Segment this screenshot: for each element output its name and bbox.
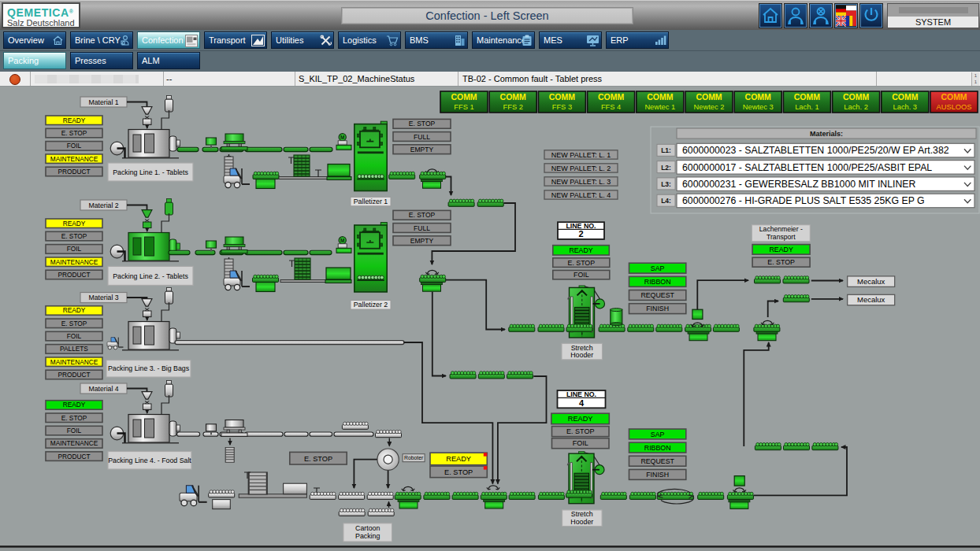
svg-text:E. STOP: E. STOP bbox=[444, 468, 473, 476]
svg-text:NEW PALLET: L. 4: NEW PALLET: L. 4 bbox=[551, 191, 611, 199]
svg-text:E. STOP: E. STOP bbox=[61, 320, 87, 327]
svg-text:COMM: COMM bbox=[892, 92, 918, 102]
svg-text:Materials:: Materials: bbox=[810, 130, 843, 138]
svg-text:FOIL: FOIL bbox=[67, 332, 82, 340]
svg-text:L2:: L2: bbox=[661, 164, 671, 172]
svg-text:6000000276 - HI-GRADE PLUS SAL: 6000000276 - HI-GRADE PLUS SALT E535 25K… bbox=[682, 195, 925, 206]
svg-text:FOIL: FOIL bbox=[67, 427, 82, 435]
svg-text:Palletizer 1: Palletizer 1 bbox=[354, 198, 388, 205]
svg-text:Lach. 1: Lach. 1 bbox=[795, 103, 819, 111]
svg-text:READY: READY bbox=[63, 116, 86, 124]
svg-text:6000000231 - GEWERBESALZ BB100: 6000000231 - GEWERBESALZ BB1000 MIT INLI… bbox=[682, 179, 916, 190]
svg-text:Material 3: Material 3 bbox=[88, 294, 118, 301]
svg-text:FFS 1: FFS 1 bbox=[454, 103, 473, 111]
svg-text:Lach. 3: Lach. 3 bbox=[893, 103, 918, 111]
svg-text:FFS 4: FFS 4 bbox=[601, 103, 621, 111]
svg-text:Material 2: Material 2 bbox=[88, 202, 118, 209]
svg-text:Packing Line 3. - Big Bags: Packing Line 3. - Big Bags bbox=[108, 364, 190, 372]
svg-text:Newtec 1: Newtec 1 bbox=[644, 103, 675, 111]
svg-text:READY: READY bbox=[446, 455, 471, 463]
svg-text:Hooder: Hooder bbox=[570, 518, 593, 526]
svg-text:Packing Line 4. - Food Salt: Packing Line 4. - Food Salt bbox=[108, 457, 191, 464]
svg-text:COMM: COMM bbox=[745, 92, 771, 102]
svg-text:COMM: COMM bbox=[941, 92, 967, 102]
svg-text:COMM: COMM bbox=[598, 92, 624, 102]
svg-text:SAP: SAP bbox=[651, 264, 665, 272]
svg-text:Lachenmeier -: Lachenmeier - bbox=[759, 225, 803, 233]
svg-text:MAINTENANCE: MAINTENANCE bbox=[50, 358, 98, 366]
svg-text:RIBBON: RIBBON bbox=[644, 278, 671, 286]
svg-text:Transport: Transport bbox=[767, 233, 796, 241]
svg-text:E. STOP: E. STOP bbox=[61, 414, 87, 422]
svg-text:Newtec 2: Newtec 2 bbox=[694, 103, 725, 111]
svg-text:FULL: FULL bbox=[414, 133, 430, 141]
svg-text:COMM: COMM bbox=[549, 92, 575, 102]
svg-text:FINISH: FINISH bbox=[646, 471, 669, 479]
svg-text:FOIL: FOIL bbox=[67, 245, 82, 253]
svg-text:4: 4 bbox=[579, 398, 585, 408]
svg-text:MAINTENANCE: MAINTENANCE bbox=[50, 439, 98, 447]
svg-text:L3:: L3: bbox=[661, 180, 671, 188]
svg-text:Cartoon: Cartoon bbox=[355, 524, 380, 532]
svg-text:SAP: SAP bbox=[651, 431, 665, 438]
svg-text:FINISH: FINISH bbox=[646, 305, 669, 312]
svg-text:PALLETS: PALLETS bbox=[60, 345, 88, 353]
svg-text:PRODUCT: PRODUCT bbox=[58, 453, 90, 460]
svg-text:E. STOP: E. STOP bbox=[409, 120, 436, 128]
svg-text:NEW PALLET: L. 3: NEW PALLET: L. 3 bbox=[551, 178, 611, 186]
svg-text:LINE NO.: LINE NO. bbox=[566, 222, 596, 230]
svg-text:Mecalux: Mecalux bbox=[857, 295, 885, 304]
svg-text:E. STOP: E. STOP bbox=[61, 232, 87, 240]
svg-text:Packing Line 1. - Tablets: Packing Line 1. - Tablets bbox=[113, 168, 188, 176]
svg-text:REQUEST: REQUEST bbox=[640, 457, 674, 465]
svg-text:NEW PALLET: L. 2: NEW PALLET: L. 2 bbox=[551, 165, 611, 172]
svg-text:READY: READY bbox=[569, 246, 592, 254]
svg-text:Hooder: Hooder bbox=[570, 351, 593, 359]
svg-text:FFS 2: FFS 2 bbox=[503, 103, 523, 111]
svg-text:E. STOP: E. STOP bbox=[566, 427, 594, 435]
svg-text:Roboter: Roboter bbox=[404, 455, 424, 460]
svg-text:FOIL: FOIL bbox=[573, 439, 588, 447]
svg-text:RIBBON: RIBBON bbox=[644, 444, 671, 452]
svg-text:6000000017 - SALZTABLETTEN 100: 6000000017 - SALZTABLETTEN 1000/PE25/ASB… bbox=[682, 162, 932, 173]
svg-text:READY: READY bbox=[63, 306, 86, 314]
svg-text:READY: READY bbox=[63, 220, 86, 227]
svg-text:2: 2 bbox=[578, 229, 583, 239]
svg-text:FOIL: FOIL bbox=[67, 142, 82, 150]
svg-text:FULL: FULL bbox=[414, 224, 430, 232]
svg-text:E. STOP: E. STOP bbox=[409, 211, 436, 219]
svg-text:FOIL: FOIL bbox=[574, 271, 589, 279]
svg-text:PRODUCT: PRODUCT bbox=[58, 168, 90, 176]
svg-text:AUSLOOS: AUSLOOS bbox=[937, 103, 972, 111]
svg-text:Lach. 2: Lach. 2 bbox=[844, 103, 868, 111]
svg-text:L1:: L1: bbox=[661, 146, 671, 154]
svg-text:PRODUCT: PRODUCT bbox=[58, 371, 90, 379]
svg-text:Stretch: Stretch bbox=[571, 510, 593, 518]
svg-text:6000000023 - SALZTABLETTEN 100: 6000000023 - SALZTABLETTEN 1000/PE25/20/… bbox=[682, 145, 949, 156]
svg-text:NEW PALLET: L. 1: NEW PALLET: L. 1 bbox=[551, 151, 611, 159]
svg-text:READY: READY bbox=[568, 415, 593, 423]
svg-text:EMPTY: EMPTY bbox=[410, 146, 434, 153]
svg-text:PRODUCT: PRODUCT bbox=[58, 271, 90, 279]
svg-text:MAINTENANCE: MAINTENANCE bbox=[50, 155, 98, 163]
svg-text:Newtec 3: Newtec 3 bbox=[743, 103, 774, 111]
svg-text:Palletizer 2: Palletizer 2 bbox=[354, 301, 388, 309]
svg-text:COMM: COMM bbox=[696, 92, 722, 102]
svg-text:E. STOP: E. STOP bbox=[767, 258, 795, 266]
svg-text:COMM: COMM bbox=[451, 92, 477, 102]
svg-text:FFS 3: FFS 3 bbox=[552, 103, 572, 111]
svg-text:L4:: L4: bbox=[661, 197, 671, 205]
svg-text:REQUEST: REQUEST bbox=[640, 291, 674, 299]
svg-text:COMM: COMM bbox=[843, 92, 869, 102]
svg-text:Packing: Packing bbox=[355, 532, 380, 540]
svg-text:Material 1: Material 1 bbox=[88, 98, 118, 106]
svg-text:LINE NO.: LINE NO. bbox=[566, 390, 596, 398]
svg-text:Packing Line 2. - Tablets: Packing Line 2. - Tablets bbox=[113, 272, 188, 280]
svg-text:E. STOP: E. STOP bbox=[304, 455, 332, 463]
svg-text:MAINTENANCE: MAINTENANCE bbox=[50, 258, 98, 266]
svg-text:Mecalux: Mecalux bbox=[857, 277, 885, 286]
svg-text:COMM: COMM bbox=[647, 92, 673, 102]
svg-text:E. STOP: E. STOP bbox=[568, 259, 596, 267]
svg-text:EMPTY: EMPTY bbox=[410, 237, 434, 245]
svg-text:Material 4: Material 4 bbox=[88, 385, 118, 393]
